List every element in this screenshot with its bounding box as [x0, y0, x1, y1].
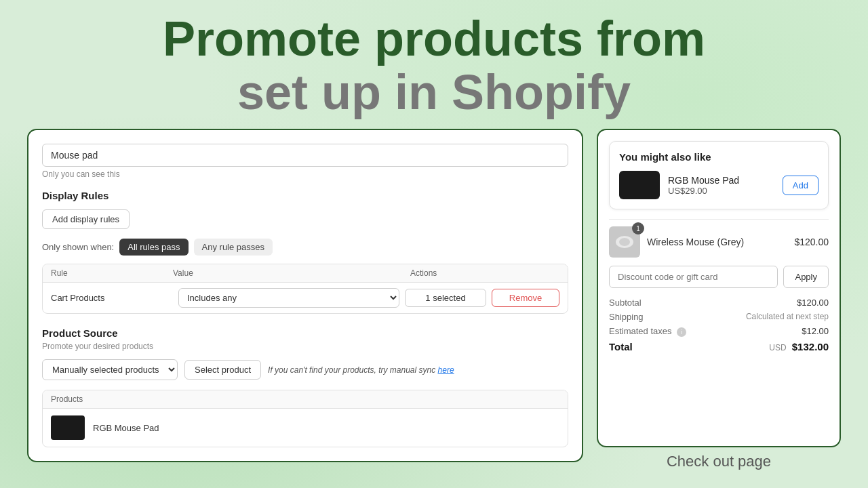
featured-product-image	[619, 171, 660, 199]
taxes-row: Estimated taxes i $12.00	[609, 326, 829, 337]
selected-badge: 1 selected	[405, 289, 486, 307]
table-row: Cart Products Includes any 1 selected Re…	[43, 283, 568, 313]
cart-item-image: 1	[609, 226, 640, 258]
actions-col-header: Actions	[410, 268, 559, 278]
rules-table-header: Rule Value Actions	[43, 264, 568, 283]
source-row: Manually selected products Collections T…	[42, 359, 568, 380]
subtotal-row: Subtotal $120.00	[609, 298, 829, 308]
svg-point-1	[619, 238, 630, 246]
cart-divider	[609, 219, 829, 220]
discount-row: Apply	[609, 266, 829, 288]
condition-cell[interactable]: Includes any	[178, 288, 399, 308]
right-panel: You might also like RGB Mouse Pad US$29.…	[597, 129, 841, 447]
cart-item-price: $120.00	[794, 237, 829, 247]
display-rules-title: Display Rules	[42, 190, 568, 201]
subtotal-label: Subtotal	[609, 298, 642, 308]
total-value: USD $132.00	[769, 341, 829, 352]
page-title: Promote products from set up in Shopify	[0, 0, 868, 129]
product-source-select[interactable]: Manually selected products Collections T…	[42, 359, 178, 380]
all-rules-toggle[interactable]: All rules pass	[119, 239, 188, 256]
taxes-label: Estimated taxes i	[609, 326, 686, 337]
select-product-button[interactable]: Select product	[184, 360, 261, 380]
cart-item-row: 1 Wireless Mouse (Grey) $120.00	[609, 226, 829, 258]
any-rule-toggle[interactable]: Any rule passes	[194, 239, 273, 256]
cart-item-name: Wireless Mouse (Grey)	[647, 237, 787, 247]
taxes-value: $12.00	[802, 326, 829, 337]
product-thumbnail	[51, 415, 85, 440]
rules-table: Rule Value Actions Cart Products Include…	[42, 264, 568, 314]
includes-any-select[interactable]: Includes any	[178, 288, 399, 308]
total-currency: USD	[769, 343, 786, 352]
product-source-subtitle: Promote your desired products	[42, 342, 568, 351]
discount-input[interactable]	[609, 266, 778, 288]
manual-sync-link[interactable]: here	[438, 365, 454, 375]
left-panel: Only you can see this Display Rules Add …	[27, 129, 583, 462]
rules-condition-row: Only shown when: All rules pass Any rule…	[42, 239, 568, 256]
products-box: Products RGB Mouse Pad	[42, 390, 568, 447]
subtotal-value: $120.00	[797, 298, 829, 308]
total-row: Total USD $132.00	[609, 341, 829, 352]
value-col-header: Value	[173, 268, 410, 278]
remove-button[interactable]: Remove	[492, 289, 559, 307]
featured-product-info: RGB Mouse Pad US$29.00	[668, 175, 774, 196]
featured-product-name: RGB Mouse Pad	[668, 175, 774, 186]
product-source-title: Product Source	[42, 327, 568, 339]
you-might-like-card: You might also like RGB Mouse Pad US$29.…	[609, 141, 829, 209]
only-you-text: Only you can see this	[42, 169, 568, 179]
add-display-rules-button[interactable]: Add display rules	[42, 209, 130, 229]
you-might-like-title: You might also like	[619, 151, 818, 163]
total-amount: $132.00	[792, 341, 829, 352]
apply-discount-button[interactable]: Apply	[783, 266, 829, 288]
product-name-label: RGB Mouse Pad	[93, 423, 159, 433]
rule-col-header: Rule	[51, 268, 173, 278]
product-name-input[interactable]	[42, 144, 568, 167]
taxes-info-icon: i	[677, 327, 686, 337]
rule-name-cell: Cart Products	[51, 293, 173, 303]
shipping-row: Shipping Calculated at next step	[609, 312, 829, 322]
featured-product-row: RGB Mouse Pad US$29.00 Add	[619, 171, 818, 199]
add-to-cart-button[interactable]: Add	[783, 176, 818, 195]
shipping-note: Calculated at next step	[746, 312, 829, 322]
products-box-header: Products	[43, 390, 568, 409]
shipping-label: Shipping	[609, 312, 644, 322]
checkout-label: Check out page	[598, 453, 840, 470]
product-list-item: RGB Mouse Pad	[43, 409, 568, 447]
cart-badge: 1	[632, 222, 644, 235]
featured-product-price: US$29.00	[668, 186, 774, 196]
total-label: Total	[609, 341, 633, 352]
manual-sync-text: If you can't find your products, try man…	[268, 365, 454, 375]
